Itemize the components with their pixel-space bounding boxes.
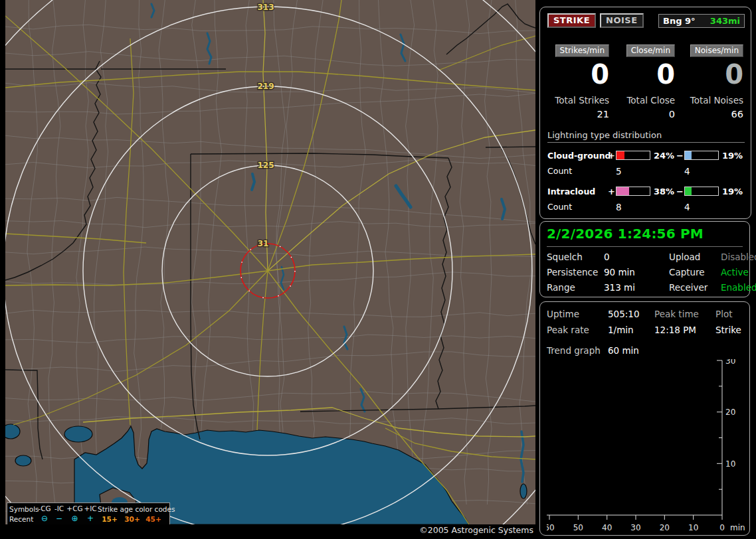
plus-sign: +: [607, 151, 616, 161]
total-close-label: Total Close: [626, 95, 675, 106]
strikes-counter: Strikes/min 0 Total Strikes 21: [547, 44, 613, 119]
cg-negative-bar: [684, 151, 719, 160]
bearing-indicator: Bng 9° 343mi: [658, 14, 745, 28]
receiver-status: Enabled: [721, 282, 756, 293]
cloud-ground-row: Cloud-ground + 24% − 19%: [547, 149, 745, 162]
total-noises-value: 66: [731, 109, 743, 119]
squelch-value: 0: [604, 252, 669, 262]
cg-positive-bar: [616, 151, 650, 160]
strikes-per-min-value: 0: [591, 59, 609, 90]
receiver-label: Receiver: [669, 282, 721, 293]
x-tick-30: 30: [630, 523, 640, 532]
noises-per-min-label: Noises/min: [690, 44, 743, 57]
cloud-ground-count-row: Count 5 4: [547, 166, 745, 177]
peak-rate-value: 1/min: [608, 325, 654, 335]
copyright-bar: ©2005 Astrogenic Systems: [5, 524, 535, 539]
trend-graph-window: 60 min: [608, 345, 654, 356]
y-tick-30: 30: [725, 359, 735, 366]
trend-axes: [547, 360, 722, 515]
status-row-squelch: Squelch 0 Upload Disabled: [547, 252, 743, 262]
lightning-type-distribution: Lightning type distribution Cloud-ground…: [547, 130, 745, 212]
strikes-per-min-label: Strikes/min: [555, 44, 609, 57]
ring-label-313: 313: [257, 3, 274, 12]
minus-sign: −: [676, 151, 684, 161]
close-per-min-value: 0: [656, 59, 675, 90]
minus-sign: −: [676, 187, 684, 196]
noises-counter: Noises/min 0 Total Noises 66: [679, 44, 745, 119]
range-label: Range: [547, 282, 604, 293]
x-axis-unit: min: [730, 523, 745, 532]
y-tick-10: 10: [725, 459, 735, 469]
cg-negative-pct: 19%: [719, 151, 744, 161]
trend-graph-row: Trend graph 60 min: [547, 345, 743, 356]
noises-per-min-value: 0: [725, 59, 743, 90]
app-window: { "map": { "ring_labels": ["313", "219",…: [0, 0, 756, 539]
cg-positive-count: 5: [616, 166, 650, 177]
ic-negative-count: 4: [684, 202, 719, 212]
neg-ic-recent-icon: −: [52, 514, 66, 523]
upload-label: Upload: [669, 252, 721, 262]
ic-positive-bar: [616, 187, 650, 196]
x-tick-0: 0: [719, 523, 725, 532]
persistence-label: Persistence: [547, 267, 604, 277]
lake-west: [5, 424, 20, 439]
strike-counters-box: STRIKE NOISE Bng 9° 343mi Strikes/min 0 …: [539, 7, 751, 219]
x-ticks: [549, 515, 722, 520]
intracloud-label: Intracloud: [547, 187, 607, 196]
lake-small: [15, 455, 31, 466]
legend-col-pos-cg: +CG: [66, 504, 83, 513]
count-label: Count: [547, 202, 607, 212]
legend-recent-label: Recent: [9, 515, 37, 523]
cg-negative-count: 4: [684, 166, 719, 177]
capture-label: Capture: [669, 267, 721, 277]
x-tick-50: 50: [573, 523, 583, 532]
bearing-value: Bng 9°: [663, 16, 696, 26]
age-45: 45+: [143, 515, 164, 523]
intracloud-count-row: Count 8 4: [547, 202, 745, 212]
status-row-persistence: Persistence 90 min Capture Active: [547, 267, 743, 277]
datetime-display: 2/2/2026 1:24:56 PM: [547, 222, 743, 247]
close-counter: Close/min 0 Total Close 0: [613, 44, 679, 119]
x-tick-60: 60: [547, 523, 555, 532]
ic-negative-bar: [684, 187, 719, 196]
lake-pontchartrain: [64, 426, 92, 442]
total-strikes-value: 21: [597, 109, 609, 119]
cloud-ground-label: Cloud-ground: [547, 151, 607, 161]
ring-label-125: 125: [257, 161, 274, 170]
total-strikes-label: Total Strikes: [555, 95, 609, 106]
lightning-map[interactable]: 313 219 125 31: [5, 0, 535, 524]
ring-label-219: 219: [257, 82, 274, 91]
legend-col-pos-ic: +IC: [83, 504, 98, 513]
age-30: 30+: [122, 515, 143, 523]
x-tick-10: 10: [688, 523, 698, 532]
plot-value: Strike: [715, 325, 743, 335]
lake-east: [520, 484, 527, 499]
trend-graph-label: Trend graph: [547, 345, 608, 356]
range-value: 313 mi: [604, 282, 669, 293]
distribution-title: Lightning type distribution: [547, 130, 745, 143]
legend-age-header: Strike age color codes: [98, 505, 164, 513]
bearing-range: 343mi: [710, 16, 740, 26]
pos-cg-recent-icon: ⊕: [66, 514, 83, 523]
stats-trend-box: Uptime 505:10 Peak time Plot Peak rate 1…: [539, 301, 750, 536]
y-major-ticks: [717, 360, 722, 463]
peak-time-value: 12:18 PM: [654, 325, 715, 335]
cg-positive-pct: 24%: [650, 151, 676, 161]
uptime-label: Uptime: [547, 309, 608, 319]
y-tick-20: 20: [725, 408, 735, 417]
peak-rate-row: Peak rate 1/min 12:18 PM Strike: [547, 325, 743, 335]
neg-cg-recent-icon: ⊖: [37, 514, 52, 523]
upload-status: Disabled: [721, 252, 756, 262]
close-per-min-label: Close/min: [626, 44, 675, 57]
strike-mode-button[interactable]: STRIKE: [547, 13, 596, 28]
ic-negative-pct: 19%: [719, 187, 744, 196]
plot-label: Plot: [715, 309, 743, 319]
pos-ic-recent-icon: +: [83, 514, 98, 523]
noise-mode-button[interactable]: NOISE: [600, 13, 644, 28]
status-box: 2/2/2026 1:24:56 PM Squelch 0 Upload Dis…: [539, 221, 750, 297]
ic-positive-pct: 38%: [650, 187, 676, 196]
ic-positive-count: 8: [616, 202, 650, 212]
persistence-value: 90 min: [604, 267, 669, 277]
rate-counters: Strikes/min 0 Total Strikes 21 Close/min…: [547, 44, 745, 119]
count-label: Count: [547, 166, 607, 177]
